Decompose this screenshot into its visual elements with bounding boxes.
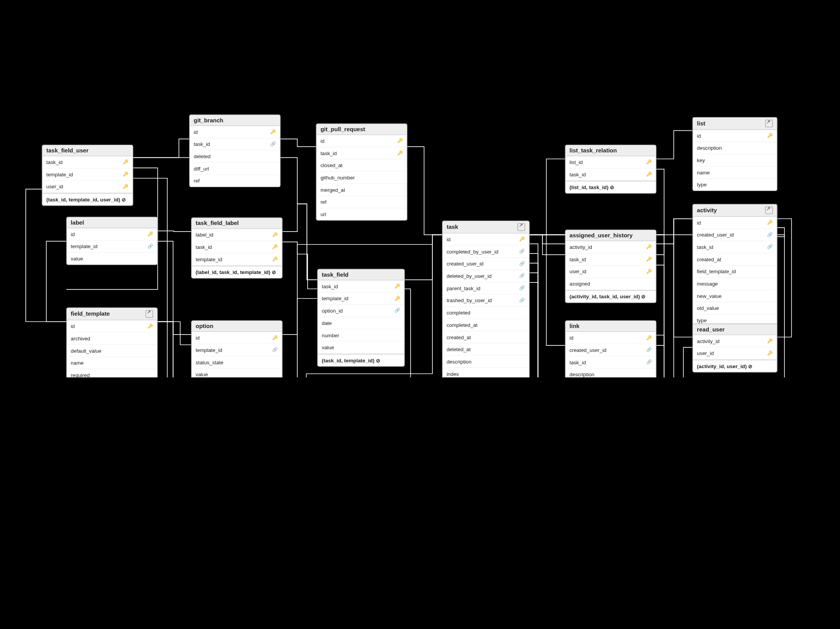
table-header[interactable]: list_task_relation (566, 145, 655, 156)
column-row[interactable]: activity_id (566, 241, 655, 254)
column-row[interactable]: new_value (693, 290, 777, 303)
column-row[interactable]: task_id (566, 254, 655, 266)
table-field_template[interactable]: field_templateidarchiveddefault_valuenam… (66, 308, 158, 377)
table-task[interactable]: taskidcompleted_by_user_idcreated_user_i… (442, 221, 530, 377)
column-row[interactable]: task_id (190, 138, 280, 150)
column-row[interactable]: id (693, 130, 777, 142)
table-header[interactable]: task (443, 221, 529, 233)
column-row[interactable]: user_id (693, 347, 777, 360)
column-row[interactable]: github_number (317, 172, 406, 184)
table-header[interactable]: activity (693, 205, 777, 217)
column-row[interactable]: value (318, 342, 404, 354)
table-option[interactable]: optionidtemplate_idstatus_statevalue (191, 320, 283, 377)
column-row[interactable]: task_id (566, 357, 655, 369)
column-row[interactable]: diff_url (190, 163, 280, 175)
column-row[interactable]: template_id (42, 169, 132, 181)
column-row[interactable]: completed_by_user_id (443, 246, 529, 258)
column-row[interactable]: value (67, 253, 157, 264)
table-git_branch[interactable]: git_branchidtask_iddeleteddiff_urlref (189, 115, 281, 187)
column-row[interactable]: template_id (67, 240, 157, 253)
column-row[interactable]: task_id (317, 147, 406, 160)
column-row[interactable]: template_id (192, 344, 282, 357)
column-row[interactable]: id (67, 320, 157, 333)
column-row[interactable]: completed_at (443, 319, 529, 331)
table-link[interactable]: linkidcreated_user_idtask_iddescriptions… (565, 320, 657, 377)
table-assigned_user_history[interactable]: assigned_user_historyactivity_idtask_idu… (565, 230, 657, 303)
column-row[interactable]: task_id (693, 241, 777, 254)
column-row[interactable]: merged_at (317, 184, 406, 196)
column-row[interactable]: template_id (318, 293, 404, 305)
table-header[interactable]: read_user (693, 324, 777, 335)
column-row[interactable]: default_value (67, 345, 157, 357)
table-header[interactable]: option (192, 321, 282, 332)
table-list_task_relation[interactable]: list_task_relationlist_idtask_id(list_id… (565, 145, 657, 194)
table-header[interactable]: assigned_user_history (566, 230, 655, 241)
table-header[interactable]: task_field_label (192, 218, 282, 229)
table-git_pull_request[interactable]: git_pull_requestidtask_idclosed_atgithub… (316, 123, 407, 221)
column-row[interactable]: number (318, 330, 404, 342)
table-header[interactable]: task_field (318, 269, 404, 280)
column-row[interactable]: deleted_at (443, 343, 529, 356)
column-row[interactable]: task_id (192, 241, 282, 254)
column-row[interactable]: user_id (42, 181, 132, 193)
column-row[interactable]: field_template_id (693, 265, 777, 278)
column-row[interactable]: template_id (192, 254, 282, 266)
column-row[interactable]: task_id (42, 156, 132, 169)
external-link-icon[interactable] (517, 223, 525, 231)
table-header[interactable]: field_template (67, 308, 157, 320)
column-row[interactable]: id (443, 233, 529, 246)
table-list[interactable]: listiddescriptionkeynametype (693, 117, 777, 191)
column-row[interactable]: closed_at (317, 159, 406, 172)
column-row[interactable]: required (67, 369, 157, 377)
column-row[interactable]: url (317, 208, 406, 220)
column-row[interactable]: created_user_id (693, 229, 777, 241)
table-label[interactable]: labelidtemplate_idvalue (66, 217, 158, 265)
column-row[interactable]: trashed_by_user_id (443, 294, 529, 307)
column-row[interactable]: created_user_id (566, 344, 655, 357)
table-header[interactable]: link (566, 321, 655, 332)
column-row[interactable]: index (443, 368, 529, 377)
column-row[interactable]: id (317, 135, 406, 147)
er-diagram-canvas[interactable]: task_field_usertask_idtemplate_iduser_id… (0, 0, 840, 377)
column-row[interactable]: parent_task_id (443, 282, 529, 295)
external-link-icon[interactable] (146, 310, 153, 318)
column-row[interactable]: completed (443, 307, 529, 319)
column-row[interactable]: deleted (190, 150, 280, 163)
column-row[interactable]: name (67, 357, 157, 369)
table-task_field[interactable]: task_fieldtask_idtemplate_idoption_iddat… (317, 269, 405, 367)
table-task_field_user[interactable]: task_field_usertask_idtemplate_iduser_id… (42, 145, 133, 206)
column-row[interactable]: ref (317, 196, 406, 208)
column-row[interactable]: id (693, 217, 777, 229)
column-row[interactable]: old_value (693, 302, 777, 314)
column-row[interactable]: name (693, 167, 777, 179)
column-row[interactable]: activity_id (693, 335, 777, 348)
table-activity[interactable]: activityidcreated_user_idtask_idcreated_… (693, 204, 777, 326)
column-row[interactable]: id (190, 126, 280, 139)
column-row[interactable]: date (318, 317, 404, 330)
column-row[interactable]: task_id (318, 281, 404, 293)
table-task_field_label[interactable]: task_field_labellabel_idtask_idtemplate_… (191, 217, 283, 278)
column-row[interactable]: value (192, 369, 282, 377)
external-link-icon[interactable] (765, 120, 773, 127)
table-header[interactable]: git_branch (190, 115, 280, 126)
column-row[interactable]: assigned (566, 278, 655, 290)
column-row[interactable]: description (443, 356, 529, 368)
column-row[interactable]: type (693, 179, 777, 190)
table-header[interactable]: list (693, 118, 777, 130)
column-row[interactable]: id (566, 332, 655, 344)
column-row[interactable]: id (192, 332, 282, 344)
column-row[interactable]: option_id (318, 305, 404, 317)
column-row[interactable]: task_id (566, 169, 655, 181)
table-header[interactable]: label (67, 217, 157, 228)
column-row[interactable]: status_state (192, 357, 282, 369)
column-row[interactable]: description (693, 142, 777, 154)
column-row[interactable]: message (693, 278, 777, 290)
external-link-icon[interactable] (765, 206, 773, 214)
column-row[interactable]: archived (67, 333, 157, 345)
column-row[interactable]: id (67, 228, 157, 241)
column-row[interactable]: created_at (693, 254, 777, 266)
column-row[interactable]: label_id (192, 229, 282, 241)
column-row[interactable]: list_id (566, 156, 655, 169)
column-row[interactable]: key (693, 154, 777, 167)
column-row[interactable]: description (566, 369, 655, 377)
